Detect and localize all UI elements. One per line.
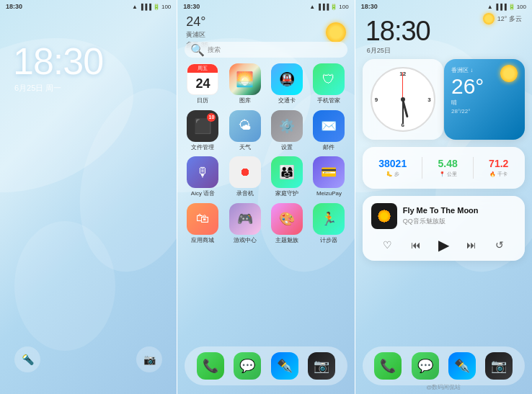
lock-date: 6月25日 周一 <box>14 83 61 94</box>
battery-icon-widgets: 🔋 <box>508 4 515 10</box>
app-fitness-label: 计步器 <box>320 237 337 244</box>
dock-camera[interactable]: 📷 <box>308 352 335 380</box>
app-fitness[interactable]: 🏃 计步器 <box>309 203 348 244</box>
status-bar-home: 18:30 ▲ ▐▐▐ 🔋 100 <box>177 0 354 13</box>
app-game[interactable]: 🎮 游戏中心 <box>226 203 265 244</box>
app-security[interactable]: 🛡 手机管家 <box>309 63 348 104</box>
search-bar[interactable]: 🔍 搜索 <box>185 42 347 58</box>
lock-time: 18:30 <box>13 40 103 83</box>
home-screen-panel: 18:30 ▲ ▐▐▐ 🔋 100 24° 黄浦区 多云 35 🔍 搜索 周五 … <box>177 0 355 394</box>
signal-icon-home: ▐▐▐ <box>316 4 329 10</box>
widget-temp-small: 12° 多云 <box>497 14 522 24</box>
battery-icon-home: 🔋 <box>330 4 337 10</box>
music-album-art <box>371 203 397 229</box>
status-bar-widgets: 18:30 ▲ ▐▐▐ 🔋 100 <box>355 0 532 13</box>
music-heart-button[interactable]: ♡ <box>378 235 398 255</box>
status-icons-home: ▲ ▐▐▐ 🔋 100 <box>309 4 348 10</box>
signal-icon: ▐▐▐ <box>139 4 151 10</box>
search-icon: 🔍 <box>190 43 205 57</box>
clock-widget[interactable]: 12 3 6 9 <box>363 59 443 140</box>
widgets-dock: 📞 💬 ✒️ 📷 <box>363 346 525 385</box>
app-recorder[interactable]: ⏺ 录音机 <box>226 156 265 197</box>
dock-messages-w[interactable]: 💬 <box>412 352 439 380</box>
app-pay-label: MeizuPay <box>316 190 342 197</box>
lock-bottom-controls: 🔦 📷 <box>0 346 177 372</box>
app-gallery[interactable]: 🌅 图库 <box>226 63 265 104</box>
wifi-icon: ▲ <box>132 4 138 10</box>
dock-browser[interactable]: ✒️ <box>271 352 298 380</box>
fitness-steps: 38021 🦶 步 <box>378 158 407 178</box>
music-artist: QQ音乐魅族版 <box>403 217 516 226</box>
app-calendar-label: 日历 <box>197 97 208 104</box>
app-files-label: 文件管理 <box>191 144 214 151</box>
clock-num-3: 3 <box>427 97 430 103</box>
music-widget[interactable]: Fly Me To The Moon QQ音乐魅族版 ♡ ⏮ ▶ ⏭ ↺ <box>363 196 525 261</box>
app-settings-label: 设置 <box>281 144 293 151</box>
app-calendar[interactable]: 周五 24 日历 <box>183 63 222 104</box>
app-gallery-label: 图库 <box>239 97 251 104</box>
wifi-icon-home: ▲ <box>309 4 315 10</box>
status-time-widgets: 18:30 <box>361 3 378 10</box>
files-badge: 10 <box>207 113 216 122</box>
music-repeat-button[interactable]: ↺ <box>489 235 510 255</box>
dock-messages[interactable]: 💬 <box>234 352 261 380</box>
clock-num-9: 9 <box>375 97 378 103</box>
app-family[interactable]: 👨‍👩‍👧 家庭守护 <box>267 156 306 197</box>
status-bar-lock: 18:30 ▲ ▐▐▐ 🔋 100 <box>0 0 177 13</box>
analog-clock: 12 3 6 9 <box>371 67 435 132</box>
app-pay[interactable]: 💳 MeizuPay <box>309 156 348 197</box>
dock-browser-w[interactable]: ✒️ <box>448 352 476 380</box>
music-next-button[interactable]: ⏭ <box>461 235 482 255</box>
app-mail-label: 邮件 <box>323 144 334 151</box>
battery-level: 100 <box>161 4 171 10</box>
wifi-icon-widgets: ▲ <box>487 4 493 10</box>
weather-widget[interactable]: 香洲区 ↓ 26° 晴 28°/22° <box>444 59 525 140</box>
app-security-label: 手机管家 <box>317 97 340 104</box>
clock-center-dot <box>401 97 405 102</box>
fitness-widget[interactable]: 38021 🦶 步 5.48 📍 公里 71.2 🔥 千卡 <box>363 147 525 189</box>
weather-label: 晴 <box>451 99 518 107</box>
battery-level-home: 100 <box>339 4 348 10</box>
app-shop[interactable]: 🛍 应用商城 <box>183 203 222 244</box>
app-aicy[interactable]: 🎙 Aicy 语音 <box>183 156 222 197</box>
music-play-button[interactable]: ▶ <box>433 235 453 255</box>
widget-large-time: 18:30 <box>365 16 430 47</box>
app-transit-label: 交通卡 <box>278 97 296 104</box>
app-theme-label: 主题魅族 <box>275 237 298 244</box>
app-transit[interactable]: 🚇 交通卡 <box>267 63 306 104</box>
music-controls: ♡ ⏮ ▶ ⏭ ↺ <box>371 235 516 255</box>
app-theme[interactable]: 🎨 主题魅族 <box>267 203 306 244</box>
signal-icon-widgets: ▐▐▐ <box>495 4 507 10</box>
app-shop-label: 应用商城 <box>191 237 214 244</box>
fitness-km: 5.48 📍 公里 <box>438 158 458 178</box>
fitness-km-num: 5.48 <box>438 158 458 169</box>
status-icons-lock: ▲ ▐▐▐ 🔋 100 <box>132 4 171 10</box>
camera-lock-button[interactable]: 📷 <box>136 346 162 372</box>
calendar-day: 24 <box>195 73 210 94</box>
music-info-row: Fly Me To The Moon QQ音乐魅族版 <box>371 203 516 229</box>
calendar-weekday: 周五 <box>187 64 218 73</box>
widget-date-sub: 6月25日 <box>367 46 391 55</box>
app-weather-label: 天气 <box>239 144 251 151</box>
weather-city: 香洲区 ↓ <box>451 66 518 74</box>
fitness-divider-1 <box>422 157 422 179</box>
widget-temp-small-row: 12° 多云 <box>483 13 522 24</box>
app-game-label: 游戏中心 <box>234 237 257 244</box>
dock-phone[interactable]: 📞 <box>197 352 224 380</box>
music-text-info: Fly Me To The Moon QQ音乐魅族版 <box>403 206 516 226</box>
fitness-cal-num: 71.2 <box>489 158 508 169</box>
flashlight-button[interactable]: 🔦 <box>14 346 40 372</box>
km-icon: 📍 <box>439 171 445 177</box>
home-temp: 24° <box>186 14 208 30</box>
app-settings[interactable]: ⚙️ 设置 <box>267 110 306 151</box>
home-dock: 📞 💬 ✒️ 📷 <box>185 346 347 385</box>
app-mail[interactable]: ✉️ 邮件 <box>309 110 348 151</box>
dock-phone-w[interactable]: 📞 <box>374 352 402 380</box>
app-files[interactable]: ⬛ 10 文件管理 <box>183 110 222 151</box>
music-prev-button[interactable]: ⏮ <box>406 235 426 255</box>
clock-minute-hand <box>402 99 404 124</box>
dock-camera-w[interactable]: 📷 <box>485 352 513 380</box>
app-weather[interactable]: 🌤 天气 <box>226 110 265 151</box>
cal-icon: 🔥 <box>489 171 496 177</box>
fitness-cal-label: 🔥 千卡 <box>489 171 507 178</box>
